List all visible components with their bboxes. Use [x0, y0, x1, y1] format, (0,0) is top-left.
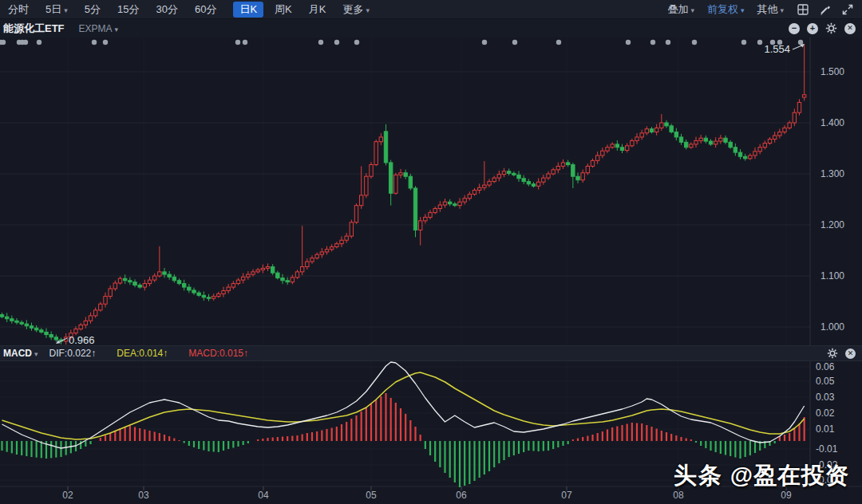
chevron-down-icon: ▾ — [780, 6, 784, 14]
adjust-menus: 叠加▾前复权▾其他▾ — [667, 2, 797, 17]
toolbar-right: 叠加▾前复权▾其他▾ — [667, 2, 854, 17]
high-annotation: 1.554 — [764, 43, 790, 55]
chevron-down-icon: ▾ — [366, 6, 370, 14]
fullscreen-expand-icon[interactable] — [841, 3, 854, 16]
month-label: 05 — [366, 490, 377, 501]
chevron-down-icon: ▾ — [741, 6, 745, 14]
symbol-header: 能源化工ETF EXPMA▾ − + ✕ — [0, 19, 862, 37]
close-icon[interactable]: ✕ — [845, 348, 856, 359]
macd-axis-label: 0.03 — [816, 392, 835, 403]
settings-gear-icon[interactable] — [827, 348, 838, 359]
macd-indicator-dropdown[interactable]: MACD▾ — [3, 348, 38, 359]
watermark: 头条@盈在投资 — [674, 460, 849, 492]
adjust-item-2[interactable]: 其他▾ — [757, 2, 784, 17]
main-chart[interactable]: 1.5001.4001.3001.2001.1001.0000.060.050.… — [0, 0, 862, 504]
overlay-indicator-dropdown[interactable]: EXPMA▾ — [79, 23, 119, 34]
price-axis-label: 1.500 — [820, 66, 844, 77]
dif-line — [2, 362, 805, 448]
price-axis-label: 1.000 — [820, 321, 844, 333]
period-item-3[interactable]: 15分 — [117, 2, 139, 17]
period-item-2[interactable]: 5分 — [85, 2, 101, 17]
draw-pen-icon[interactable] — [819, 3, 832, 16]
period-item-9[interactable]: 更多▾ — [342, 2, 370, 17]
month-label: 02 — [62, 490, 73, 501]
chevron-down-icon: ▾ — [115, 26, 119, 33]
dif-value: DIF:0.022↑ — [49, 348, 97, 359]
price-axis-label: 1.100 — [820, 270, 844, 282]
adjust-item-0[interactable]: 叠加▾ — [667, 2, 694, 17]
macd-axis-label: 0.06 — [816, 361, 835, 372]
period-buttons: 分时5日▾5分15分30分60分日K周K月K更多▾ — [8, 2, 386, 18]
chevron-down-icon: ▾ — [34, 350, 38, 358]
grid-layout-icon[interactable] — [797, 3, 809, 16]
watermark-brand: 头条 — [674, 463, 723, 488]
period-item-1[interactable]: 5日▾ — [45, 2, 68, 17]
chart-controls: − + ✕ — [789, 22, 856, 34]
price-axis-label: 1.200 — [820, 219, 844, 230]
stock-chart-window: 分时5日▾5分15分30分60分日K周K月K更多▾ 叠加▾前复权▾其他▾ 能源化… — [0, 0, 862, 504]
price-annotations: 1.5540.966 — [56, 43, 805, 346]
close-icon[interactable]: ✕ — [844, 23, 856, 34]
month-label: 03 — [138, 490, 149, 501]
period-item-5[interactable]: 60分 — [195, 2, 216, 17]
period-item-8[interactable]: 月K — [309, 2, 326, 17]
low-annotation: 0.966 — [69, 334, 95, 346]
macd-axis-label: 0.02 — [816, 408, 835, 419]
macd-panel-controls: ✕ — [827, 348, 856, 359]
event-dot-markers[interactable] — [0, 40, 803, 45]
month-label: 06 — [456, 490, 467, 501]
dea-value: DEA:0.014↑ — [117, 348, 168, 359]
period-item-7[interactable]: 周K — [275, 2, 292, 17]
macd-panel-header: MACD▾ DIF:0.022↑ DEA:0.014↑ MACD:0.015↑ … — [0, 345, 862, 361]
month-label: 04 — [258, 490, 269, 501]
candlestick-series — [0, 44, 806, 345]
period-item-6[interactable]: 日K — [233, 2, 263, 18]
price-axis-label: 1.300 — [820, 168, 844, 179]
zoom-in-icon[interactable]: + — [807, 23, 818, 34]
chevron-down-icon: ▾ — [64, 6, 68, 14]
settings-gear-icon[interactable] — [825, 22, 837, 34]
macd-value: MACD:0.015↑ — [188, 348, 248, 359]
zoom-out-icon[interactable]: − — [789, 23, 800, 34]
price-gridlines: 1.5001.4001.3001.2001.1001.000 — [0, 37, 844, 486]
macd-axis-label: 0.05 — [816, 376, 835, 387]
period-toolbar: 分时5日▾5分15分30分60分日K周K月K更多▾ 叠加▾前复权▾其他▾ — [0, 0, 862, 19]
price-axis-label: 1.400 — [820, 117, 844, 128]
macd-axis-label: -0.01 — [816, 443, 838, 455]
symbol-title: 能源化工ETF — [3, 22, 65, 36]
period-item-4[interactable]: 30分 — [156, 2, 177, 17]
period-item-0[interactable]: 分时 — [8, 2, 29, 17]
month-label: 07 — [561, 490, 572, 501]
chevron-down-icon: ▾ — [690, 6, 694, 14]
watermark-handle: @盈在投资 — [730, 463, 849, 488]
adjust-item-1[interactable]: 前复权▾ — [707, 2, 745, 17]
macd-axis-label: 0.01 — [816, 423, 835, 435]
